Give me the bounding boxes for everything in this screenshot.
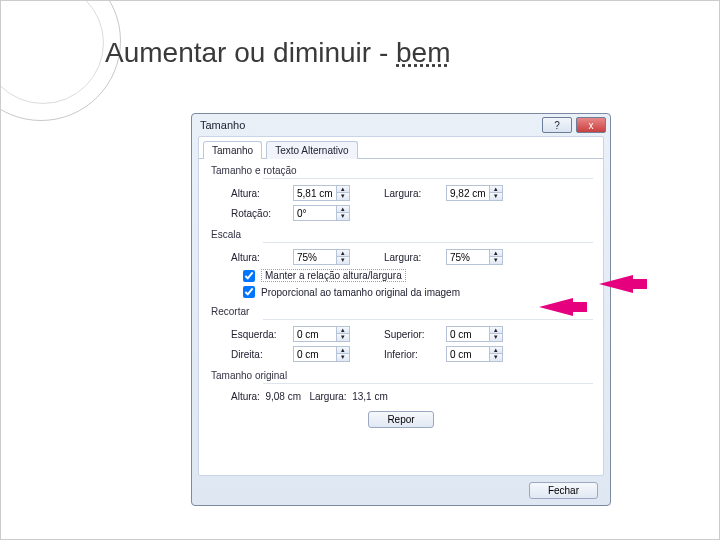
label-scale-width: Largura:: [384, 252, 440, 263]
spin-down-icon[interactable]: ▾: [337, 193, 349, 200]
close-dialog-button[interactable]: Fechar: [529, 482, 598, 499]
proportional-label: Proporcional ao tamanho original da imag…: [261, 287, 460, 298]
label-rotation: Rotação:: [231, 208, 287, 219]
divider: [263, 383, 593, 384]
divider: [263, 319, 593, 320]
label-height: Altura:: [231, 188, 287, 199]
spin-down-icon[interactable]: ▾: [490, 354, 502, 361]
section-scale: Escala: [199, 223, 603, 242]
tabs: Tamanho Texto Alternativo: [199, 141, 603, 159]
scale-height-spinner[interactable]: ▴▾: [293, 249, 350, 265]
label-width: Largura:: [384, 188, 440, 199]
proportional-checkbox[interactable]: [243, 286, 255, 298]
label-top: Superior:: [384, 329, 440, 340]
width-input[interactable]: [447, 186, 489, 200]
spin-down-icon[interactable]: ▾: [337, 257, 349, 264]
original-size-row: Altura: 9,08 cm Largura: 13,1 cm: [199, 388, 603, 405]
tab-size[interactable]: Tamanho: [203, 141, 262, 159]
slide-title-emph: bem: [396, 37, 450, 68]
orig-width-label: Largura:: [309, 391, 346, 402]
lock-aspect-label: Manter a relação altura/largura: [261, 269, 406, 282]
scale-width-input[interactable]: [447, 250, 489, 264]
spin-down-icon[interactable]: ▾: [337, 334, 349, 341]
spin-down-icon[interactable]: ▾: [337, 213, 349, 220]
close-button[interactable]: x: [576, 117, 606, 133]
slide-corner-decoration: [0, 0, 121, 121]
label-right: Direita:: [231, 349, 287, 360]
crop-left-spinner[interactable]: ▴▾: [293, 326, 350, 342]
crop-bottom-input[interactable]: [447, 347, 489, 361]
crop-right-input[interactable]: [294, 347, 336, 361]
dialog-titlebar: Tamanho ? x: [192, 114, 610, 136]
height-spinner[interactable]: ▴▾: [293, 185, 350, 201]
spin-down-icon[interactable]: ▾: [337, 354, 349, 361]
dialog-body: Tamanho Texto Alternativo Tamanho e rota…: [198, 136, 604, 476]
section-size-rotation: Tamanho e rotação: [199, 159, 603, 178]
crop-left-input[interactable]: [294, 327, 336, 341]
rotation-input[interactable]: [294, 206, 336, 220]
tab-alt-text[interactable]: Texto Alternativo: [266, 141, 357, 159]
help-button[interactable]: ?: [542, 117, 572, 133]
spin-down-icon[interactable]: ▾: [490, 334, 502, 341]
orig-height-value: 9,08 cm: [265, 391, 301, 402]
height-input[interactable]: [294, 186, 336, 200]
label-scale-height: Altura:: [231, 252, 287, 263]
crop-top-spinner[interactable]: ▴▾: [446, 326, 503, 342]
titlebar-buttons: ? x: [542, 117, 606, 133]
reset-button[interactable]: Repor: [368, 411, 433, 428]
scale-height-input[interactable]: [294, 250, 336, 264]
width-spinner[interactable]: ▴▾: [446, 185, 503, 201]
crop-top-input[interactable]: [447, 327, 489, 341]
rotation-spinner[interactable]: ▴▾: [293, 205, 350, 221]
slide-title-prefix: Aumentar ou diminuir -: [105, 37, 396, 68]
spin-down-icon[interactable]: ▾: [490, 257, 502, 264]
check-lock-aspect[interactable]: Manter a relação altura/largura: [199, 267, 603, 284]
orig-width-value: 13,1 cm: [352, 391, 388, 402]
callout-arrow-icon: [599, 275, 633, 293]
divider: [263, 178, 593, 179]
crop-right-spinner[interactable]: ▴▾: [293, 346, 350, 362]
scale-width-spinner[interactable]: ▴▾: [446, 249, 503, 265]
size-dialog: Tamanho ? x Tamanho Texto Alternativo Ta…: [191, 113, 611, 506]
dialog-title: Tamanho: [200, 119, 245, 131]
section-original-size: Tamanho original: [199, 364, 603, 383]
divider: [263, 242, 593, 243]
label-bottom: Inferior:: [384, 349, 440, 360]
slide-title: Aumentar ou diminuir - bem: [105, 37, 450, 69]
callout-arrow-icon: [539, 298, 573, 316]
crop-bottom-spinner[interactable]: ▴▾: [446, 346, 503, 362]
orig-height-label: Altura:: [231, 391, 260, 402]
lock-aspect-checkbox[interactable]: [243, 270, 255, 282]
spin-down-icon[interactable]: ▾: [490, 193, 502, 200]
label-left: Esquerda:: [231, 329, 287, 340]
